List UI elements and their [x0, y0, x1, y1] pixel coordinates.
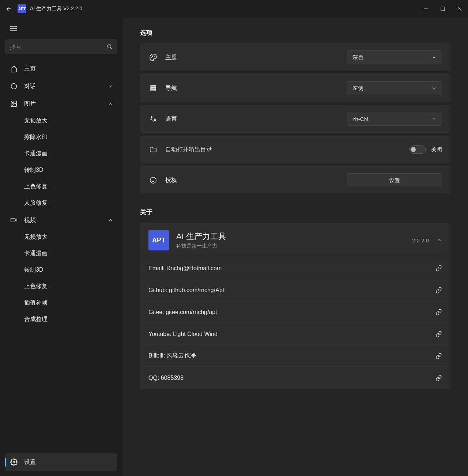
option-label: 语言	[165, 115, 177, 123]
sidebar-sub-image-5[interactable]: 人脸修复	[5, 195, 117, 211]
main-panel: 选项 主题 深色 导航 左侧 语言 zh-CN	[122, 18, 468, 476]
sidebar-sub-video-5[interactable]: 合成整理	[5, 311, 117, 328]
sidebar: 主页 对话 图片 无损放大 擦除水印 卡通漫画 转制3D 上色修复 人脸修复 视…	[0, 18, 122, 476]
search-input[interactable]	[10, 44, 107, 50]
svg-rect-11	[151, 87, 156, 89]
gear-icon	[10, 458, 18, 466]
link-icon	[435, 265, 442, 272]
svg-point-13	[150, 177, 156, 184]
theme-select[interactable]: 深色	[347, 50, 442, 64]
svg-rect-5	[11, 218, 15, 222]
sidebar-sub-video-4[interactable]: 插值补帧	[5, 295, 117, 311]
palette-icon	[148, 53, 158, 61]
about-header[interactable]: APT AI 生产力工具 科技是第一生产力 2.2.2.0	[140, 223, 450, 257]
smile-icon	[148, 176, 158, 184]
sidebar-item-video[interactable]: 视频	[5, 211, 117, 229]
option-label: 主题	[165, 54, 177, 61]
sidebar-item-label: 主页	[24, 65, 36, 73]
option-theme: 主题 深色	[140, 44, 450, 71]
sidebar-sub-video-3[interactable]: 上色修复	[5, 278, 117, 295]
minimize-icon	[424, 7, 428, 11]
select-value: 深色	[352, 54, 363, 61]
search-icon	[107, 44, 113, 50]
menu-icon	[10, 26, 17, 31]
about-version: 2.2.2.0	[412, 237, 429, 243]
about-link-qq[interactable]: QQ: 6085398	[140, 367, 450, 389]
select-value: zh-CN	[352, 116, 368, 122]
link-icon	[435, 287, 442, 294]
back-button[interactable]	[0, 5, 18, 12]
svg-point-6	[13, 461, 15, 463]
video-icon	[10, 216, 18, 224]
chevron-up-icon	[108, 218, 113, 223]
maximize-icon	[441, 7, 445, 11]
nav-select[interactable]: 左侧	[347, 81, 442, 95]
hamburger-button[interactable]	[6, 21, 21, 36]
option-label: 自动打开输出目录	[165, 146, 212, 154]
chevron-down-icon	[431, 116, 437, 121]
maximize-button[interactable]	[434, 0, 451, 18]
option-auth: 授权 设置	[140, 166, 450, 194]
close-button[interactable]	[451, 0, 468, 18]
sidebar-item-label: 图片	[24, 100, 36, 108]
language-icon	[148, 115, 158, 123]
folder-icon	[148, 146, 158, 154]
option-autoopen: 自动打开输出目录 关闭	[140, 136, 450, 163]
about-link-gitee[interactable]: Gitee: gitee.com/rnchg/apt	[140, 301, 450, 323]
select-value: 左侧	[352, 85, 363, 92]
about-logo: APT	[148, 230, 169, 250]
section-title-options: 选项	[140, 29, 450, 37]
sidebar-sub-image-0[interactable]: 无损放大	[5, 113, 117, 129]
sidebar-item-label: 视频	[24, 216, 36, 224]
sidebar-item-image[interactable]: 图片	[5, 95, 117, 113]
svg-point-9	[154, 56, 155, 56]
sidebar-sub-image-3[interactable]: 转制3D	[5, 162, 117, 178]
chat-icon	[10, 83, 18, 90]
sidebar-sub-video-0[interactable]: 无损放大	[5, 229, 117, 245]
sidebar-sub-image-4[interactable]: 上色修复	[5, 178, 117, 195]
svg-rect-0	[441, 7, 445, 11]
about-slogan: 科技是第一生产力	[176, 243, 226, 249]
about-link-bilibili[interactable]: Bilibili: 风轻云也净	[140, 345, 450, 367]
sidebar-item-label: 设置	[24, 458, 36, 466]
toggle-state: 关闭	[431, 146, 442, 153]
sidebar-item-settings[interactable]: 设置	[5, 453, 117, 471]
sidebar-sub-video-1[interactable]: 卡通漫画	[5, 245, 117, 262]
link-icon	[435, 375, 442, 381]
svg-point-7	[151, 57, 152, 58]
sidebar-sub-image-2[interactable]: 卡通漫画	[5, 146, 117, 162]
window-title: AI 生产力工具 V2.2.2.0	[30, 5, 82, 12]
sidebar-item-label: 对话	[24, 83, 36, 90]
auth-settings-button[interactable]: 设置	[347, 173, 442, 187]
sidebar-item-chat[interactable]: 对话	[5, 78, 117, 95]
option-label: 授权	[165, 177, 177, 184]
svg-point-4	[12, 102, 14, 103]
chevron-up-icon	[108, 101, 113, 106]
about-link-email[interactable]: Email: Rnchg@Hotmail.com	[140, 257, 450, 279]
home-icon	[10, 65, 18, 72]
sidebar-sub-image-1[interactable]: 擦除水印	[5, 129, 117, 146]
chevron-down-icon	[431, 55, 437, 60]
chevron-down-icon	[431, 86, 437, 91]
about-card: APT AI 生产力工具 科技是第一生产力 2.2.2.0 Email: Rnc…	[140, 223, 450, 389]
chevron-down-icon	[108, 84, 113, 89]
autoopen-toggle[interactable]	[409, 146, 426, 154]
about-link-youtube[interactable]: Youtube: Light Cloud Wind	[140, 323, 450, 345]
language-select[interactable]: zh-CN	[347, 112, 442, 126]
svg-rect-10	[151, 86, 156, 87]
titlebar: APT AI 生产力工具 V2.2.2.0	[0, 0, 468, 18]
search-box[interactable]	[5, 39, 117, 54]
close-icon	[457, 7, 462, 11]
minimize-button[interactable]	[418, 0, 434, 18]
about-link-github[interactable]: Github: github.com/rnchg/Apt	[140, 279, 450, 301]
sidebar-item-home[interactable]: 主页	[5, 60, 117, 78]
arrow-left-icon	[5, 5, 12, 12]
about-name: AI 生产力工具	[176, 231, 226, 242]
svg-point-8	[152, 56, 153, 56]
image-icon	[10, 100, 18, 107]
option-language: 语言 zh-CN	[140, 105, 450, 133]
app-logo: APT	[18, 4, 26, 13]
option-nav: 导航 左侧	[140, 74, 450, 102]
sidebar-sub-video-2[interactable]: 转制3D	[5, 262, 117, 278]
link-icon	[435, 309, 442, 316]
